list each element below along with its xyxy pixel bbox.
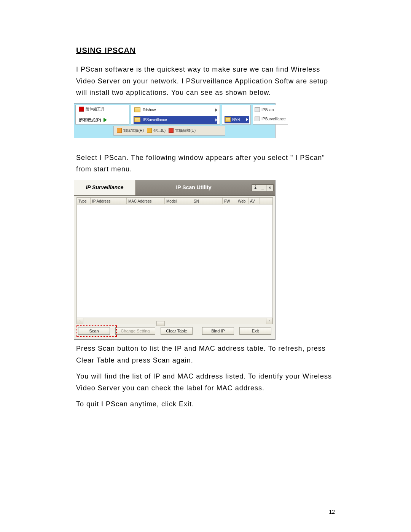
menu-label: IPSurveillance: [143, 117, 167, 123]
paragraph-intro: I PScan software is the quickest way to …: [76, 64, 339, 99]
scroll-right-button[interactable]: ›: [266, 318, 272, 324]
startmenu-left-column: 附件組工具 所有程式(P): [75, 105, 129, 125]
titlebar-title: IP Scan Utility: [135, 183, 252, 192]
app-icon: [255, 117, 260, 121]
all-programs-item[interactable]: 所有程式(P): [79, 117, 107, 124]
change-setting-button: Change Setting: [115, 327, 155, 335]
spacer: [76, 340, 339, 343]
undock-label: 卸除電腦(R): [123, 127, 144, 134]
horizontal-scrollbar[interactable]: ‹ ›: [77, 318, 272, 324]
table-header: Type IP Address MAC Address Model SN FW …: [77, 198, 272, 204]
menu-label: NVR: [232, 116, 240, 123]
titlebar-brand: IP Surveillance: [74, 180, 135, 195]
document-page: USING IPSCAN I PScan software is the qui…: [0, 0, 411, 532]
submenu-arrow-icon: [215, 109, 217, 112]
section-heading: USING IPSCAN: [76, 44, 339, 57]
bind-ip-button[interactable]: Bind IP: [202, 327, 234, 335]
info-button[interactable]: i: [252, 184, 259, 191]
col-av[interactable]: AV: [249, 198, 260, 204]
titlebar: IP Surveillance IP Scan Utility i _ ×: [74, 180, 275, 196]
app-icon: [255, 107, 260, 112]
exit-button[interactable]: Exit: [239, 327, 271, 335]
minimize-button[interactable]: _: [259, 184, 266, 191]
paragraph-find-list: You will find the list of IP and MAC add…: [76, 371, 339, 394]
key-icon: [147, 128, 152, 133]
shutdown-button[interactable]: 電腦關機(U): [169, 127, 196, 134]
col-type[interactable]: Type: [77, 198, 91, 204]
col-sn[interactable]: SN: [192, 198, 223, 204]
close-button[interactable]: ×: [266, 184, 274, 191]
scroll-left-button[interactable]: ‹: [77, 318, 83, 324]
startmenu-apps-column: IPScan IPSurveillance: [253, 105, 288, 125]
startmenu-power-row: 卸除電腦(R) 登出(L) 電腦關機(U): [113, 126, 225, 136]
paragraph-select: Select I PScan. The following window app…: [76, 152, 339, 175]
tools-icon: [79, 107, 84, 112]
startmenu-nvr-column: NVR: [222, 105, 251, 125]
submenu-arrow-icon: [215, 118, 217, 121]
col-fw[interactable]: FW: [223, 198, 236, 204]
menu-item-nvr[interactable]: NVR: [225, 116, 249, 123]
paragraph-exit: To quit I PScan anytime, click Exit.: [76, 398, 339, 410]
menu-label: ffdshow: [143, 107, 156, 113]
tools-label: 附件組工具: [86, 106, 105, 112]
play-icon: [104, 118, 107, 122]
submenu-arrow-icon: [246, 118, 248, 121]
col-ip[interactable]: IP Address: [91, 198, 127, 204]
menu-item-ffdshow[interactable]: ffdshow: [134, 106, 217, 114]
button-row: Scan Change Setting Clear Table Bind IP …: [74, 324, 275, 335]
startmenu-tools-item[interactable]: 附件組工具: [79, 106, 105, 112]
undock-button[interactable]: 卸除電腦(R): [117, 127, 144, 134]
startmenu-screenshot: 附件組工具 所有程式(P) ffdshow IPSurveillance: [74, 103, 276, 138]
scan-button[interactable]: Scan: [78, 327, 110, 335]
col-web[interactable]: Web: [236, 198, 249, 204]
logoff-button[interactable]: 登出(L): [147, 127, 166, 134]
menu-label: IPScan: [261, 107, 274, 113]
undock-icon: [117, 128, 122, 133]
all-programs-label: 所有程式(P): [79, 117, 101, 124]
clear-table-button[interactable]: Clear Table: [161, 327, 193, 335]
folder-icon: [134, 107, 140, 112]
col-mac[interactable]: MAC Address: [127, 198, 165, 204]
col-model[interactable]: Model: [165, 198, 192, 204]
shutdown-label: 電腦關機(U): [175, 127, 196, 134]
menu-item-ipscan[interactable]: IPScan: [255, 107, 287, 113]
logoff-label: 登出(L): [153, 127, 166, 134]
ipscan-window: IP Surveillance IP Scan Utility i _ × Ty…: [74, 180, 276, 340]
spacer: [76, 138, 339, 152]
paragraph-press-scan: Press Scan button to list the IP and MAC…: [76, 343, 339, 366]
menu-item-ipsurveillance-app[interactable]: IPSurveillance: [255, 116, 287, 122]
folder-icon: [225, 117, 231, 122]
menu-label: IPSurveillance: [261, 116, 286, 122]
window-controls: i _ ×: [252, 184, 274, 191]
menu-item-ipsurveillance[interactable]: IPSurveillance: [134, 116, 217, 124]
page-number: 12: [329, 508, 335, 517]
startmenu-programs-column: ffdshow IPSurveillance: [131, 105, 220, 125]
power-icon: [169, 128, 174, 133]
folder-icon: [134, 117, 140, 122]
results-table: Type IP Address MAC Address Model SN FW …: [76, 197, 273, 324]
scroll-thumb[interactable]: [156, 321, 165, 326]
